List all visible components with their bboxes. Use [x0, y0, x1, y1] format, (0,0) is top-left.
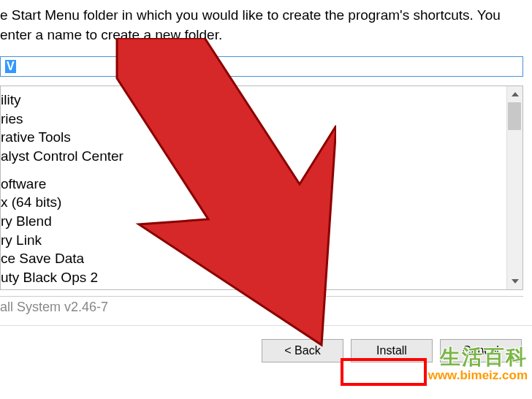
scroll-up-icon[interactable]: [507, 86, 523, 102]
cancel-button[interactable]: Cancel: [440, 339, 522, 362]
folder-name-input[interactable]: V: [0, 56, 523, 77]
instruction-line-2: enter a name to create a new folder.: [0, 26, 532, 45]
list-item[interactable]: ry Blend: [1, 212, 522, 231]
folder-list[interactable]: ility ries rative Tools alyst Control Ce…: [0, 86, 523, 290]
scroll-thumb[interactable]: [508, 102, 521, 130]
list-item[interactable]: ce Save Data: [1, 249, 522, 268]
list-item[interactable]: uty Black Ops 2: [1, 268, 522, 287]
back-button[interactable]: < Back: [262, 339, 343, 362]
installer-version: all System v2.46-7: [0, 300, 532, 321]
watermark-url: www.bimeiz.com: [428, 368, 528, 383]
divider: [0, 296, 523, 297]
scroll-down-icon[interactable]: [507, 273, 523, 289]
list-item[interactable]: ility: [1, 91, 522, 110]
instruction-line-1: e Start Menu folder in which you would l…: [0, 6, 532, 26]
scrollbar[interactable]: [506, 86, 522, 289]
input-selection: V: [5, 60, 16, 73]
list-item[interactable]: ry Link: [1, 231, 522, 250]
list-item[interactable]: rative Tools: [1, 128, 522, 147]
install-button[interactable]: Install: [351, 339, 433, 362]
list-item[interactable]: oftware: [1, 175, 522, 194]
list-item[interactable]: ries: [1, 110, 522, 129]
list-item[interactable]: alyst Control Center: [1, 147, 522, 166]
list-item[interactable]: x (64 bits): [1, 193, 522, 212]
instruction-text: e Start Menu folder in which you would l…: [0, 6, 532, 45]
button-row: < Back Install Cancel: [0, 325, 532, 370]
